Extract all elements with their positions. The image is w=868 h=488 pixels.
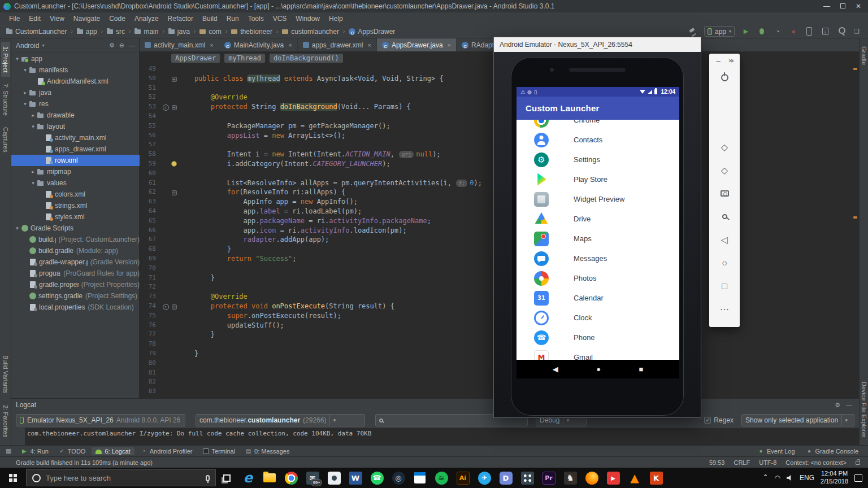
breadcrumb-customlauncher[interactable]: customlauncher xyxy=(280,27,341,36)
taskbar-app-calculator[interactable] xyxy=(517,468,538,488)
fold-marker-icon[interactable]: − xyxy=(172,105,177,110)
emulator-screenshot-button[interactable] xyxy=(709,182,740,205)
app-row-play-store[interactable]: Play Store xyxy=(517,169,679,189)
emulator-rotate-right-button[interactable]: ◇ xyxy=(709,159,740,182)
taskbar-app-firefox[interactable] xyxy=(581,468,602,488)
collapse-arrow-icon[interactable]: ▾ xyxy=(21,67,29,73)
run-button[interactable]: ▶ xyxy=(741,27,750,36)
emulator-titlebar[interactable]: Android Emulator - Nexus_5X_API_26:5554 xyxy=(494,37,701,52)
hide-panel-icon[interactable]: — xyxy=(129,42,135,49)
tree-item-drawable[interactable]: ▸drawable xyxy=(11,110,140,121)
app-row-gmail[interactable]: MGmail xyxy=(517,347,679,360)
tree-item-gradle-scripts[interactable]: ▾Gradle Scripts xyxy=(11,223,140,234)
language-indicator[interactable]: ENG xyxy=(800,474,814,482)
tab-close-icon[interactable]: × xyxy=(288,42,292,49)
tool-windows-button[interactable]: ❏ xyxy=(852,27,861,36)
tree-item-build.gradle[interactable]: build.gradle(Module: app) xyxy=(11,245,140,256)
breadcrumb-customlauncher[interactable]: CustomLauncher xyxy=(5,27,68,36)
app-row-chrome[interactable]: Chrome xyxy=(517,120,679,130)
tab-close-icon[interactable]: × xyxy=(210,42,213,49)
taskbar-app-camera[interactable] xyxy=(323,468,345,488)
tray-expand-icon[interactable]: ⌃ xyxy=(763,473,769,481)
toolwindow-terminal[interactable]: Terminal xyxy=(199,447,240,455)
taskbar-app-mail[interactable]: ✉99+ xyxy=(302,468,323,488)
avd-manager-button[interactable] xyxy=(805,27,814,36)
tool-stripe-captures[interactable]: Captures xyxy=(1,123,10,157)
taskbar-app-youtube[interactable]: ▶ xyxy=(602,468,624,488)
tree-item-res[interactable]: ▾res xyxy=(11,98,140,110)
app-row-drive[interactable]: Drive xyxy=(517,209,679,229)
tool-stripe-device-file-explorer[interactable]: Device File Explorer xyxy=(860,377,868,442)
taskbar-app-chrome[interactable] xyxy=(280,468,302,488)
menu-refactor[interactable]: Refactor xyxy=(163,14,198,24)
toolwindow-4-run[interactable]: ▶4: Run xyxy=(17,447,52,455)
taskbar-app-spotify[interactable]: ≋ xyxy=(431,468,452,488)
tree-item-androidmanifest.xml[interactable]: AndroidManifest.xml xyxy=(11,76,140,87)
action-center-icon[interactable] xyxy=(854,474,862,482)
logcat-filter-select[interactable]: Show only selected application ▼ xyxy=(741,414,854,426)
logcat-output[interactable]: com.thebioneer.customlauncher I/zygote: … xyxy=(25,428,859,445)
minimize-button[interactable]: — xyxy=(823,2,830,10)
tree-item-proguard-rules.pro[interactable]: proguard-rules.pro(ProGuard Rules for ap… xyxy=(11,268,140,279)
taskbar-app-illustrator[interactable]: Ai xyxy=(452,468,474,488)
menu-window[interactable]: Window xyxy=(291,14,324,24)
tab-activity-main.xml[interactable]: activity_main.xml× xyxy=(140,38,219,51)
emulator-zoom-mode-button[interactable] xyxy=(709,205,740,228)
emulator-more-button[interactable]: ⋯ xyxy=(709,298,740,321)
debug-button[interactable] xyxy=(757,27,766,36)
breadcrumb-thebioneer[interactable]: thebioneer xyxy=(229,27,274,36)
app-row-calendar[interactable]: 31Calendar xyxy=(517,288,679,308)
profile-button[interactable]: ◔ xyxy=(773,27,782,36)
menu-navigate[interactable]: Navigate xyxy=(69,14,105,24)
tree-item-layout[interactable]: ▾layout xyxy=(11,121,140,132)
start-button[interactable] xyxy=(0,468,26,488)
breadcrumb-chip-mythread[interactable]: myThread xyxy=(224,54,265,63)
search-everywhere-button[interactable] xyxy=(836,27,845,36)
breadcrumb-java[interactable]: java xyxy=(167,27,192,36)
menu-run[interactable]: Run xyxy=(222,14,244,24)
app-row-messages[interactable]: Messages xyxy=(517,249,679,268)
tree-item-activity-main.xml[interactable]: activity_main.xml xyxy=(11,132,140,143)
context-indicator[interactable]: Context: <no context> xyxy=(785,459,847,466)
fold-marker-icon[interactable]: − xyxy=(172,190,177,195)
run-config-select[interactable]: app▾ xyxy=(704,26,735,37)
task-view-button[interactable] xyxy=(216,468,237,488)
tool-stripe-7-structure[interactable]: 7: Structure xyxy=(1,79,10,120)
menu-analyze[interactable]: Analyze xyxy=(130,14,163,24)
fold-marker-icon[interactable]: − xyxy=(172,304,177,310)
override-method-icon[interactable]: ↑ xyxy=(163,304,169,310)
taskbar-app-premiere[interactable]: Pr xyxy=(538,468,559,488)
tree-item-apps-drawer.xml[interactable]: apps_drawer.xml xyxy=(11,143,140,155)
menu-tools[interactable]: Tools xyxy=(244,14,268,24)
nav-back-button[interactable]: ◀ xyxy=(553,365,558,373)
emulator-volume-down-button[interactable]: − xyxy=(709,112,740,136)
taskbar-app-calendar[interactable] xyxy=(409,468,431,488)
breadcrumb-main[interactable]: main xyxy=(133,27,160,36)
stop-button[interactable]: ■ xyxy=(789,27,798,36)
taskbar-search-input[interactable]: Type here to search xyxy=(26,469,216,486)
menu-edit[interactable]: Edit xyxy=(24,14,45,24)
menu-code[interactable]: Code xyxy=(105,14,130,24)
override-method-icon[interactable]: ↑ xyxy=(163,104,169,111)
tree-item-app[interactable]: ▾app xyxy=(11,53,140,64)
tool-stripe-2-favorites[interactable]: 2: Favorites xyxy=(1,400,10,442)
taskbar-app-chess[interactable]: ♞ xyxy=(559,468,581,488)
nav-home-button[interactable]: ● xyxy=(596,365,601,373)
taskbar-app-whatsapp[interactable]: ☎ xyxy=(366,468,388,488)
close-button[interactable]: ✕ xyxy=(856,2,861,10)
app-row-clock[interactable]: Clock xyxy=(517,308,679,328)
logcat-hide-icon[interactable]: — xyxy=(846,402,852,409)
toolwindow-event-log[interactable]: ●Event Log xyxy=(754,447,799,455)
volume-icon[interactable] xyxy=(787,475,793,481)
emulator-minimize-button[interactable]: – xyxy=(717,56,721,65)
tool-window-switcher-icon[interactable]: ▦ xyxy=(6,447,11,455)
build-hammer-icon[interactable] xyxy=(688,27,697,36)
tab-apps-drawer.xml[interactable]: apps_drawer.xml× xyxy=(298,38,377,51)
expand-arrow-icon[interactable]: ▸ xyxy=(29,169,37,175)
taskbar-app-word[interactable]: W xyxy=(345,468,366,488)
logcat-settings-gear-icon[interactable]: ⚙ xyxy=(835,402,840,409)
device-select[interactable]: Emulator Nexus_5X_API_26 Android 8.0.0, … xyxy=(16,414,185,426)
collapse-arrow-icon[interactable]: ▾ xyxy=(29,180,37,186)
menu-vcs[interactable]: VCS xyxy=(268,14,292,24)
tree-item-settings.gradle[interactable]: settings.gradle(Project Settings) xyxy=(11,290,140,302)
